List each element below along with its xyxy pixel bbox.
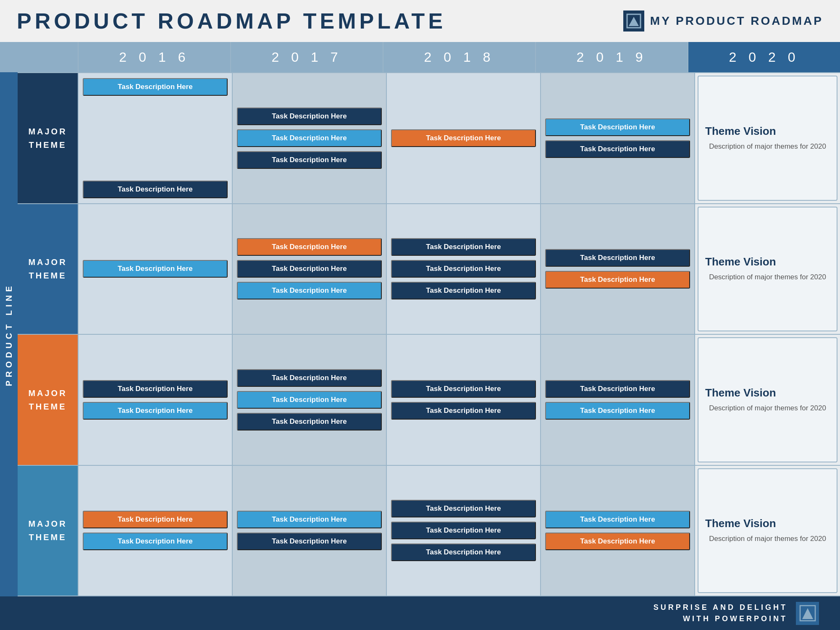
row1-col-2018: Task Description Here [386, 73, 540, 203]
task-btn[interactable]: Task Description Here [237, 151, 382, 169]
theme-vision-desc-1: Description of major themes for 2020 [705, 141, 830, 152]
svg-marker-3 [802, 608, 813, 619]
row3-col-2018: Task Description Here Task Description H… [386, 335, 540, 465]
task-btn[interactable]: Task Description Here [391, 238, 536, 256]
product-line-label: PRODUCT LINE [4, 283, 14, 386]
row1-col-2017: Task Description Here Task Description H… [232, 73, 386, 203]
theme-row-4: MAJORTHEME Task Description Here Task De… [18, 465, 840, 597]
task-btn[interactable]: Task Description Here [391, 380, 536, 398]
row4-col-2019: Task Description Here Task Description H… [540, 466, 694, 596]
task-btn[interactable]: Task Description Here [83, 533, 228, 550]
theme-vision-title-4: Theme Vision [705, 517, 776, 530]
task-btn[interactable]: Task Description Here [391, 282, 536, 299]
task-btn[interactable]: Task Description Here [391, 260, 536, 278]
task-btn[interactable]: Task Description Here [545, 511, 690, 528]
task-btn[interactable]: Task Description Here [391, 522, 536, 539]
task-btn[interactable]: Task Description Here [545, 271, 690, 289]
header: PRODUCT ROADMAP TEMPLATE MY PRODUCT ROAD… [0, 0, 840, 42]
task-btn[interactable]: Task Description Here [237, 369, 382, 387]
row2-col-2017: Task Description Here Task Description H… [232, 204, 386, 334]
row2-col-2020: Theme Vision Description of major themes… [694, 204, 840, 334]
task-btn[interactable]: Task Description Here [545, 118, 690, 136]
task-btn[interactable]: Task Description Here [237, 413, 382, 430]
year-2018: 2 0 1 8 [383, 42, 535, 72]
task-btn[interactable]: Task Description Here [83, 380, 228, 398]
task-btn[interactable]: Task Description Here [83, 181, 228, 198]
footer: SURPRISE AND DELIGHT WITH POWERPOINT [0, 596, 840, 630]
theme-vision-1: Theme Vision Description of major themes… [698, 76, 837, 201]
main-grid: PRODUCT LINE MAJORTHEME Task Description… [0, 72, 840, 596]
task-btn[interactable]: Task Description Here [237, 533, 382, 550]
footer-icon [796, 602, 819, 625]
rows-container: MAJORTHEME Task Description Here Task De… [18, 72, 840, 596]
row4-col-2020: Theme Vision Description of major themes… [694, 466, 840, 596]
app-container: PRODUCT ROADMAP TEMPLATE MY PRODUCT ROAD… [0, 0, 840, 630]
row3-col-2016: Task Description Here Task Description H… [78, 335, 232, 465]
year-spacer [0, 42, 78, 72]
theme-label-3: MAJORTHEME [18, 335, 78, 465]
year-2017: 2 0 1 7 [230, 42, 383, 72]
row4-col-2016: Task Description Here Task Description H… [78, 466, 232, 596]
theme-row-2: MAJORTHEME Task Description Here Task De… [18, 203, 840, 334]
row3-col-2020: Theme Vision Description of major themes… [694, 335, 840, 465]
theme-vision-title-1: Theme Vision [705, 125, 776, 138]
task-btn[interactable]: Task Description Here [545, 533, 690, 550]
vertical-label-container: PRODUCT LINE [0, 72, 18, 596]
task-btn[interactable]: Task Description Here [545, 402, 690, 420]
row1-col-2019: Task Description Here Task Description H… [540, 73, 694, 203]
task-btn[interactable]: Task Description Here [237, 129, 382, 147]
task-btn[interactable]: Task Description Here [83, 78, 228, 96]
theme-vision-title-2: Theme Vision [705, 255, 776, 268]
theme-vision-3: Theme Vision Description of major themes… [698, 337, 837, 462]
row3-col-2017: Task Description Here Task Description H… [232, 335, 386, 465]
row3-col-2019: Task Description Here Task Description H… [540, 335, 694, 465]
year-2016: 2 0 1 6 [78, 42, 230, 72]
theme-vision-title-3: Theme Vision [705, 386, 776, 399]
page-title: PRODUCT ROADMAP TEMPLATE [17, 8, 446, 34]
task-btn[interactable]: Task Description Here [545, 249, 690, 267]
task-btn[interactable]: Task Description Here [391, 129, 536, 147]
row4-col-2018: Task Description Here Task Description H… [386, 466, 540, 596]
task-btn[interactable]: Task Description Here [391, 402, 536, 420]
theme-row-1: MAJORTHEME Task Description Here Task De… [18, 72, 840, 203]
theme-vision-4: Theme Vision Description of major themes… [698, 468, 837, 593]
task-btn[interactable]: Task Description Here [83, 260, 228, 278]
task-btn[interactable]: Task Description Here [237, 391, 382, 409]
row2-col-2018: Task Description Here Task Description H… [386, 204, 540, 334]
task-btn[interactable]: Task Description Here [237, 282, 382, 299]
row4-col-2017: Task Description Here Task Description H… [232, 466, 386, 596]
brand-text: MY PRODUCT ROADMAP [650, 14, 823, 28]
task-btn[interactable]: Task Description Here [237, 260, 382, 278]
theme-label-1: MAJORTHEME [18, 73, 78, 203]
footer-text: SURPRISE AND DELIGHT WITH POWERPOINT [654, 602, 788, 625]
task-btn[interactable]: Task Description Here [545, 140, 690, 158]
theme-vision-desc-4: Description of major themes for 2020 [705, 533, 830, 544]
row1-col-2020: Theme Vision Description of major themes… [694, 73, 840, 203]
task-btn[interactable]: Task Description Here [391, 543, 536, 561]
task-btn[interactable]: Task Description Here [83, 511, 228, 528]
brand-icon [623, 10, 644, 32]
task-btn[interactable]: Task Description Here [237, 108, 382, 125]
year-2020: 2 0 2 0 [688, 42, 840, 72]
task-btn[interactable]: Task Description Here [545, 380, 690, 398]
theme-label-4: MAJORTHEME [18, 466, 78, 596]
task-btn[interactable]: Task Description Here [83, 402, 228, 420]
theme-vision-2: Theme Vision Description of major themes… [698, 207, 837, 332]
svg-marker-1 [629, 17, 639, 26]
theme-vision-desc-2: Description of major themes for 2020 [705, 272, 830, 283]
year-row: 2 0 1 6 2 0 1 7 2 0 1 8 2 0 1 9 2 0 2 0 [0, 42, 840, 72]
brand: MY PRODUCT ROADMAP [623, 10, 823, 32]
year-2019: 2 0 1 9 [535, 42, 688, 72]
task-btn[interactable]: Task Description Here [237, 511, 382, 528]
theme-label-2: MAJORTHEME [18, 204, 78, 334]
theme-vision-desc-3: Description of major themes for 2020 [705, 403, 830, 414]
row2-col-2016: Task Description Here [78, 204, 232, 334]
row1-col-2016: Task Description Here Task Description H… [78, 73, 232, 203]
task-btn[interactable]: Task Description Here [391, 500, 536, 517]
row2-col-2019: Task Description Here Task Description H… [540, 204, 694, 334]
task-btn[interactable]: Task Description Here [237, 238, 382, 256]
theme-row-3: MAJORTHEME Task Description Here Task De… [18, 334, 840, 465]
